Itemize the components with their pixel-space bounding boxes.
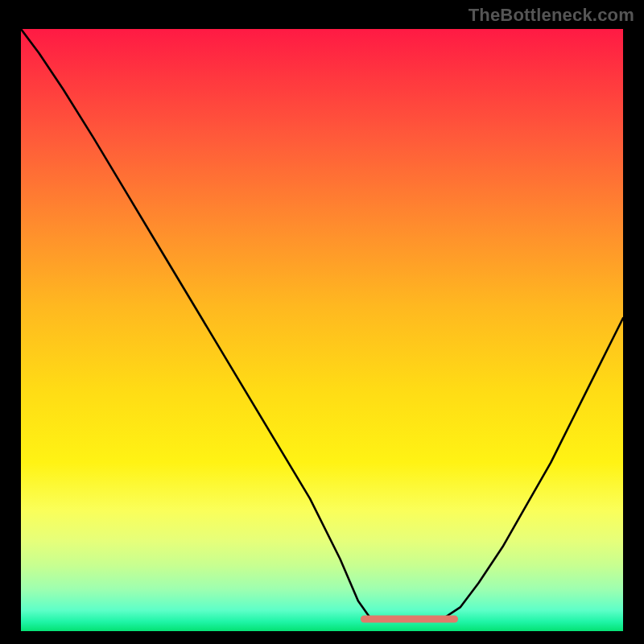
curve-layer [21, 29, 623, 631]
chart-container: TheBottleneck.com [0, 0, 644, 644]
plot-area [21, 29, 623, 631]
bottleneck-curve [21, 29, 623, 621]
watermark: TheBottleneck.com [469, 5, 634, 26]
